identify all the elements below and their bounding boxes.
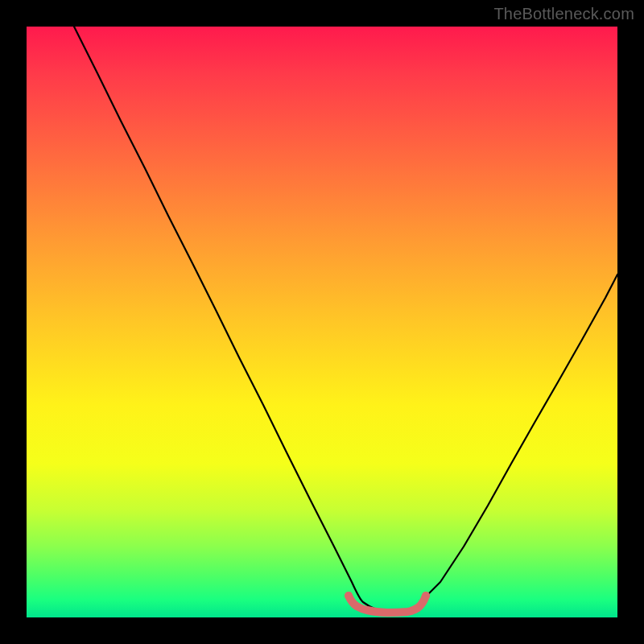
- curve-svg: [27, 27, 617, 617]
- highlight-cap-right: [422, 592, 430, 600]
- highlight-cap-left: [345, 592, 353, 600]
- plot-area: [27, 27, 617, 617]
- bottleneck-curve: [74, 27, 617, 612]
- watermark: TheBottleneck.com: [493, 5, 634, 23]
- chart-container: TheBottleneck.com: [0, 0, 644, 644]
